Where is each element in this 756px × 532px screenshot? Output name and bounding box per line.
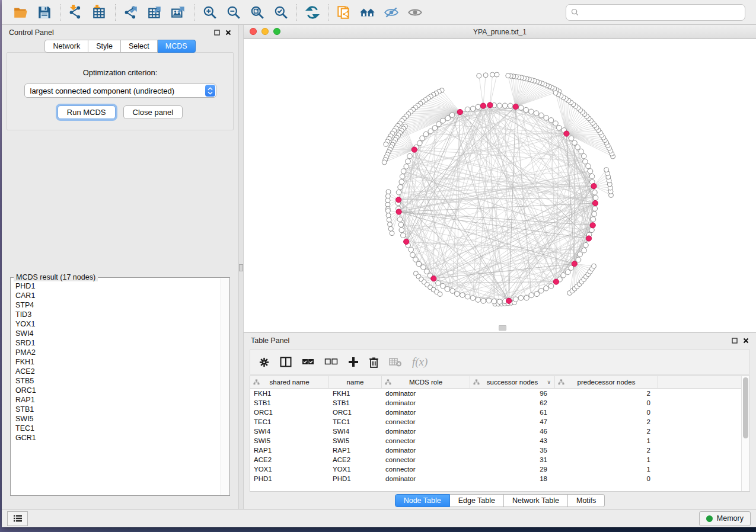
tab-style[interactable]: Style	[88, 40, 121, 53]
search-input[interactable]	[582, 8, 740, 17]
divider-handle-icon[interactable]	[239, 264, 243, 271]
column-header-successor-nodes[interactable]: successor nodes∨	[470, 376, 555, 388]
mcds-result-item[interactable]: SRD1	[15, 338, 221, 348]
columns-icon[interactable]	[280, 357, 292, 367]
close-panel-button[interactable]: Close panel	[123, 105, 183, 119]
close-table-panel-icon[interactable]	[743, 338, 749, 344]
mcds-result-item[interactable]: FKH1	[15, 357, 221, 367]
column-label: MCDS role	[409, 379, 442, 386]
table-row[interactable]: ORC1ORC1dominator610	[250, 408, 749, 417]
table-cell: 0	[555, 475, 658, 482]
open-file-icon[interactable]	[12, 4, 30, 21]
column-header-name[interactable]: name	[329, 376, 382, 388]
mcds-result-item[interactable]: TID3	[15, 310, 221, 319]
delete-row-icon[interactable]	[369, 357, 379, 368]
tab-network[interactable]: Network	[44, 40, 88, 53]
search-box[interactable]	[566, 4, 745, 21]
tab-motifs[interactable]: Motifs	[568, 494, 605, 507]
table-cell: connector	[382, 437, 470, 444]
deselect-all-icon[interactable]	[324, 358, 338, 366]
save-session-icon[interactable]	[36, 4, 53, 21]
duplicate-network-icon[interactable]	[335, 4, 353, 21]
canvas-drag-handle-icon[interactable]	[499, 325, 506, 331]
control-panel-title: Control Panel	[9, 28, 54, 37]
table-row[interactable]: RAP1RAP1dominator352	[250, 446, 749, 455]
network-window-titlebar: YPA_prune.txt_1	[244, 25, 756, 39]
mcds-panel-card: Optimization criterion: largest connecte…	[7, 52, 234, 130]
table-cell: 2	[555, 447, 658, 454]
tab-mcds[interactable]: MCDS	[158, 40, 196, 53]
task-history-button[interactable]	[7, 511, 28, 526]
column-header-predecessor-nodes[interactable]: predecessor nodes	[555, 376, 658, 388]
export-network-icon[interactable]	[122, 4, 140, 21]
optimization-criterion-value: largest connected component (undirected)	[30, 86, 175, 95]
mcds-result-item[interactable]: GCR1	[15, 433, 221, 443]
window-minimize-icon[interactable]	[261, 28, 269, 35]
result-list-scrollbar[interactable]	[221, 278, 229, 495]
mcds-result-list[interactable]: PHD1CAR1STP4TID3YOX1SWI4SRD1PMA2FKH1ACE2…	[11, 279, 221, 495]
zoom-in-icon[interactable]	[201, 4, 219, 21]
optimization-criterion-select[interactable]: largest connected component (undirected)	[24, 84, 216, 98]
mcds-result-item[interactable]: ORC1	[15, 386, 221, 395]
window-maximize-icon[interactable]	[273, 28, 280, 35]
table-row[interactable]: SWI5SWI5connector431	[250, 436, 749, 446]
table-row[interactable]: SWI4SWI4dominator462	[250, 427, 749, 436]
mcds-result-item[interactable]: SWI5	[15, 414, 221, 424]
column-header-MCDS-role[interactable]: MCDS role	[382, 376, 470, 388]
settings-icon[interactable]	[259, 357, 270, 368]
export-table-icon[interactable]	[146, 4, 164, 21]
first-neighbors-icon[interactable]	[359, 4, 377, 21]
mcds-result-item[interactable]: RAP1	[15, 395, 221, 405]
refresh-network-icon[interactable]	[304, 4, 321, 21]
column-header-shared-name[interactable]: shared name	[250, 376, 329, 388]
mcds-result-item[interactable]: ACE2	[15, 367, 221, 376]
sort-chevron-icon[interactable]: ∨	[547, 379, 551, 385]
mcds-result-item[interactable]: CAR1	[15, 291, 221, 300]
window-close-icon[interactable]	[250, 28, 257, 35]
mcds-result-item[interactable]: TEC1	[15, 424, 221, 433]
table-row[interactable]: FKH1FKH1dominator962	[250, 389, 749, 398]
show-all-icon[interactable]	[406, 4, 424, 21]
export-image-icon[interactable]	[170, 4, 187, 21]
table-row[interactable]: ACE2ACE2connector311	[250, 455, 749, 464]
table-scrollbar-thumb[interactable]	[743, 377, 748, 438]
mcds-result-item[interactable]: PHD1	[15, 281, 221, 291]
zoom-selected-icon[interactable]	[272, 4, 290, 21]
tab-network-table[interactable]: Network Table	[504, 494, 568, 507]
table-cell: 0	[555, 409, 658, 416]
zoom-out-icon[interactable]	[225, 4, 243, 21]
select-all-icon[interactable]	[302, 358, 314, 366]
table-cell: dominator	[382, 399, 470, 406]
zoom-fit-icon[interactable]	[248, 4, 266, 21]
float-table-panel-icon[interactable]	[732, 338, 738, 344]
panel-divider[interactable]	[238, 25, 244, 509]
import-table-icon[interactable]	[91, 4, 109, 21]
table-row[interactable]: STB1STB1dominator620	[250, 398, 749, 408]
tab-node-table[interactable]: Node Table	[395, 494, 450, 507]
add-row-icon[interactable]	[348, 357, 359, 367]
run-mcds-button[interactable]: Run MCDS	[58, 105, 116, 119]
column-type-icon	[253, 379, 260, 385]
import-network-icon[interactable]	[67, 4, 85, 21]
table-cell: 1	[555, 437, 658, 444]
hide-selected-icon[interactable]	[382, 4, 400, 21]
table-row[interactable]: PHD1PHD1dominator180	[250, 474, 749, 483]
mcds-result-item[interactable]: STB5	[15, 376, 221, 386]
close-panel-icon[interactable]	[225, 30, 231, 36]
mcds-result-item[interactable]: PMA2	[15, 348, 221, 357]
tab-edge-table[interactable]: Edge Table	[450, 494, 504, 507]
mcds-result-item[interactable]: STP4	[15, 300, 221, 310]
memory-button[interactable]: Memory	[699, 511, 751, 526]
table-row[interactable]: YOX1YOX1connector291	[250, 464, 749, 474]
mcds-result-item[interactable]: YOX1	[15, 319, 221, 329]
network-canvas[interactable]	[244, 39, 756, 332]
tab-select[interactable]: Select	[121, 40, 158, 53]
table-scrollbar[interactable]	[741, 376, 749, 491]
float-panel-icon[interactable]	[214, 30, 220, 36]
mcds-result-item[interactable]: SWI4	[15, 329, 221, 338]
table-row[interactable]: TEC1TEC1connector472	[250, 417, 749, 427]
mcds-result-item[interactable]: STB1	[15, 405, 221, 414]
table-cell: 46	[470, 428, 555, 435]
table-cell: 2	[555, 418, 658, 425]
table-body: FKH1FKH1dominator962STB1STB1dominator620…	[250, 389, 749, 483]
